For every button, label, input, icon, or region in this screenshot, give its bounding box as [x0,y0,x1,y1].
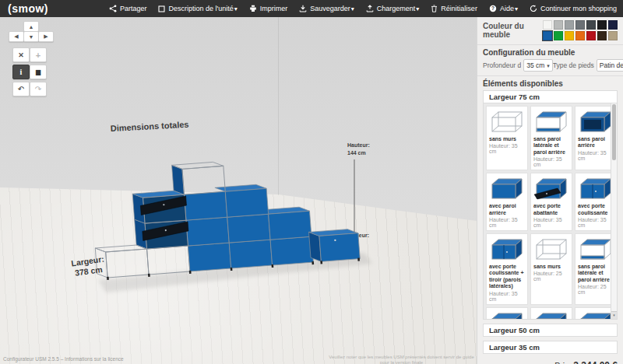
flap-door-icon [578,310,614,319]
redo-button[interactable]: ↷ [30,82,47,96]
config-section-title: Configuration du meuble [483,48,618,57]
load-button[interactable]: Chargement [366,5,420,12]
reset-label: Réinitialiser [441,5,477,12]
element-card[interactable]: avec paroi arrière [530,307,572,319]
element-card[interactable]: avec porte abattanteHauteur: 35 cm [530,173,572,231]
element-label: avec porte coulissante [578,203,614,216]
pan-left-icon: ◀ [14,33,18,40]
color-swatch[interactable] [575,31,585,40]
svg-text:?: ? [491,5,495,11]
save-label: Sauvegarder [310,5,354,12]
config-sidebar: Couleur du meuble Configuration du meubl… [477,17,623,364]
element-card[interactable]: avec paroi arrièreHauteur: 35 cm [486,173,528,231]
feet-type-label: Type de pieds [553,61,594,69]
pan-right-icon: ▶ [44,33,48,40]
undo-button[interactable]: ↶ [12,82,30,96]
reset-button[interactable]: Réinitialiser [431,5,477,12]
color-swatch[interactable] [543,31,552,40]
continue-shopping-button[interactable]: Continuer mon shopping [530,5,617,12]
element-label: sans paroi arrière [578,136,614,149]
depth-label: Profondeur d [483,61,521,69]
color-swatch[interactable] [608,20,618,30]
redo-icon: ↷ [35,85,41,93]
share-button[interactable]: Partager [109,5,147,12]
help-button[interactable]: ? Aide [489,5,518,12]
pan-down-button[interactable]: ▼ [23,31,39,42]
color-swatch[interactable] [586,20,596,30]
furniture-icon: ▆ [36,68,40,75]
element-card[interactable]: avec porte coulissante + tiroir (parois … [486,233,528,305]
depth-select[interactable]: 35 cm [523,59,553,72]
element-card[interactable]: sans mursHauteur: 25 cm [530,233,572,305]
price-row: Prix: 3.344,00 € [483,360,618,364]
depth-select-value: 35 cm [526,61,544,69]
continue-icon [530,5,537,12]
color-swatch[interactable] [586,31,596,40]
element-label: sans murs [533,264,569,270]
wireframe-icon [533,236,569,263]
print-button[interactable]: Imprimer [249,5,288,12]
furniture-3d-view[interactable]: Profondeur: 35 cm [0,17,477,364]
color-swatch[interactable] [543,20,552,30]
open-box-icon [489,310,525,319]
pan-left-button[interactable]: ◀ [9,31,24,42]
topbar-menu: Partager Description de l'unité Imprimer… [109,5,623,12]
element-grid: sans mursHauteur: 35 cmsans paroi latéra… [484,103,617,319]
unit-description-button[interactable]: Description de l'unité [158,5,237,12]
price-value: 3.344,00 € [573,360,618,364]
move-element-button[interactable]: + [30,47,47,62]
scrollbar-down-arrow[interactable]: ▾ [611,311,617,319]
undo-icon: ↶ [18,85,24,93]
group-header-largeur-75[interactable]: Largeur 75 cm [484,91,617,103]
scrollbar-thumb[interactable] [612,104,616,160]
closed-box-icon [489,175,525,202]
pan-right-button[interactable]: ▶ [38,31,54,42]
standalone-box[interactable] [319,233,360,262]
closed-box-icon [533,310,569,319]
element-label: avec porte coulissante + tiroir (parois … [489,264,525,290]
color-swatch[interactable] [597,31,607,40]
elements-scrollbar[interactable]: ▾ [611,103,617,319]
color-swatch[interactable] [608,31,618,40]
color-swatch[interactable] [554,20,563,30]
color-swatch[interactable] [575,20,585,30]
element-height: Hauteur: 35 cm [489,217,525,228]
smow-logo: (smow) [0,2,56,15]
sliding-door-icon [578,175,614,202]
save-button[interactable]: Sauvegarder [299,5,354,12]
delete-element-button[interactable]: ✕ [12,47,30,62]
scene-canvas[interactable]: Profondeur: 35 cm [0,17,477,364]
elements-panel: Largeur 75 cm sans mursHauteur: 35 cmsan… [483,90,618,320]
color-swatch-grid [543,20,618,40]
color-swatch[interactable] [565,20,574,30]
share-label: Partager [120,5,147,12]
elements-scroll-area[interactable]: sans mursHauteur: 35 cmsans paroi latéra… [484,103,617,319]
color-swatch[interactable] [565,31,574,40]
group-header-largeur-35[interactable]: Largeur 35 cm [483,341,618,354]
feet-type-select[interactable]: Patin de nivelage [597,59,623,72]
flap-door-icon [533,175,569,202]
info-mode-button[interactable]: i [12,65,30,79]
elements-section-title: Éléments disponibles [483,79,618,88]
topbar: (smow) Partager Description de l'unité I… [0,0,623,17]
download-icon [299,5,307,12]
element-height: Hauteur: 35 cm [533,156,569,167]
open-box-icon [578,108,614,135]
pan-up-button[interactable]: ▲ [23,21,39,32]
element-card[interactable]: sans paroi arrièreHauteur: 25 cm [486,307,528,319]
open-shelf-icon [533,108,569,135]
furniture-view-button[interactable]: ▆ [30,65,47,79]
element-card[interactable]: sans paroi latérale et paroi arrièreHaut… [530,106,572,170]
element-card[interactable]: sans mursHauteur: 35 cm [486,106,528,170]
element-height: Hauteur: 35 cm [533,217,569,228]
element-label: avec porte abattante [533,203,569,216]
divider [477,44,623,45]
height-dimension-value: 144 cm [347,150,366,156]
version-footer[interactable]: Configurateur USM 2.5.5 – Informations s… [3,356,124,362]
dimensions-title: Dimensions totales [110,120,188,133]
width-dimension-label-group: Largeur: 378 cm [71,254,107,278]
color-swatch[interactable] [597,20,607,30]
element-label: sans paroi latérale et paroi arrière [533,136,569,156]
color-swatch[interactable] [554,31,563,40]
group-header-largeur-50[interactable]: Largeur 50 cm [483,324,618,337]
